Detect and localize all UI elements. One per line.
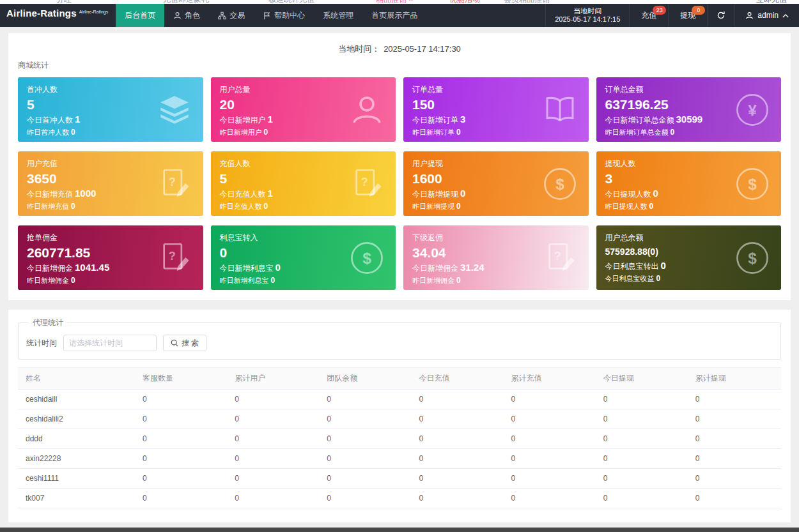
stat-card: 首冲人数5今日首冲人数1昨日首冲人数0 xyxy=(18,77,203,142)
agent-table-header: 今日充值 xyxy=(412,368,504,390)
top-navbar: Airline-Ratings Airline-Ratings 后台首页角色交易… xyxy=(0,4,799,27)
table-row: ceshidaili0000000 xyxy=(18,390,781,409)
table-row: ceshidalili20000000 xyxy=(18,409,781,429)
table-cell: 0 xyxy=(597,449,689,469)
user-icon xyxy=(745,11,754,20)
table-cell: 0 xyxy=(320,489,412,508)
table-cell: tk007 xyxy=(18,489,136,508)
logo[interactable]: Airline-Ratings Airline-Ratings xyxy=(0,4,112,27)
doc-icon: ? xyxy=(156,165,193,202)
table-cell: 0 xyxy=(505,409,597,429)
nav-item-label: 系统管理 xyxy=(323,10,353,21)
table-cell: 0 xyxy=(228,469,320,489)
table-cell: 0 xyxy=(597,390,689,409)
agent-table-header: 累计充值 xyxy=(505,368,597,390)
table-cell: 0 xyxy=(320,429,412,449)
table-cell: 0 xyxy=(689,390,781,409)
navbar-right: 当地时间 2025-05-17 14:17:15 充值 23 提现 0 admi… xyxy=(545,4,799,27)
nav-item-help-center[interactable]: 帮助中心 xyxy=(254,4,314,27)
table-cell: 0 xyxy=(505,390,597,409)
time-filter-label: 统计时间 xyxy=(26,338,57,349)
refresh-icon xyxy=(717,11,725,20)
stat-card: 充值人数5今日充值人数1昨日充值人数0? xyxy=(211,151,396,216)
table-cell: 0 xyxy=(505,469,597,489)
person-icon xyxy=(173,11,182,20)
table-cell: 0 xyxy=(505,449,597,469)
stat-card: 下级返佣34.04今日新增佣金31.24昨日新增佣金0? xyxy=(403,225,589,290)
withdraw-badge: 0 xyxy=(692,6,705,15)
nav-item-label: 角色 xyxy=(185,10,200,21)
svg-text:?: ? xyxy=(168,175,175,188)
user-icon xyxy=(348,91,385,128)
nav-item-label: 首页展示产品 xyxy=(371,10,417,21)
page-local-time-label: 当地时间： xyxy=(338,44,380,54)
svg-text:$: $ xyxy=(362,250,371,267)
stat-card-yesterday-line: 昨日新增利息宝0 xyxy=(220,276,387,285)
nav-item-label: 交易 xyxy=(229,10,245,21)
recharge-button[interactable]: 充值 23 xyxy=(629,4,668,27)
agent-filter-row: 统计时间 搜 索 xyxy=(26,335,773,351)
table-row: ceshi11110000000 xyxy=(18,469,781,489)
stat-card-yesterday-line: 昨日新增佣金0 xyxy=(412,276,580,285)
stat-card-yesterday-line: 昨日新增用户0 xyxy=(220,128,387,137)
svg-text:?: ? xyxy=(168,249,175,262)
table-cell: 0 xyxy=(689,449,781,469)
table-cell: ceshi1111 xyxy=(18,469,136,489)
shop-statistics-panel: 当地时间：2025-05-17 14:17:30 商城统计 首冲人数5今日首冲人… xyxy=(8,33,791,300)
nav-menu: 后台首页角色交易帮助中心系统管理首页展示产品 xyxy=(116,4,426,27)
agent-statistics-panel: 代理统计 统计时间 搜 索 姓名客服数量累计用户团队余额今日充值累计充值今日提现… xyxy=(8,310,791,522)
local-time-value: 2025-05-17 14:17:15 xyxy=(555,15,620,24)
table-cell: 0 xyxy=(228,409,320,429)
table-cell: 0 xyxy=(412,390,504,409)
chevron-up-icon xyxy=(782,13,789,18)
nav-item-trade[interactable]: 交易 xyxy=(209,4,254,27)
stat-card-yesterday-line: 昨日首冲人数0 xyxy=(27,128,194,137)
agent-table-header: 客服数量 xyxy=(136,368,228,390)
time-filter-input[interactable] xyxy=(63,335,157,351)
table-cell: 0 xyxy=(689,489,781,508)
agent-table-header: 累计提现 xyxy=(689,368,781,390)
section-title-agent-stats: 代理统计 xyxy=(29,317,67,328)
layers-icon xyxy=(156,91,193,128)
stat-card-yesterday-line: 昨日新增充值0 xyxy=(27,202,194,211)
stat-card: 用户提现1600今日新增提现0昨日新增提现0$ xyxy=(403,151,589,216)
bottom-edge xyxy=(0,528,799,532)
svg-text:?: ? xyxy=(554,249,561,262)
table-cell: 0 xyxy=(412,429,504,449)
main-content: 当地时间：2025-05-17 14:17:30 商城统计 首冲人数5今日首冲人… xyxy=(0,27,799,522)
refresh-button[interactable] xyxy=(707,4,734,27)
stat-card-yesterday-line: 昨日新增订单总金额0 xyxy=(605,128,773,137)
withdraw-button[interactable]: 提现 0 xyxy=(668,4,707,27)
stat-card: 用户充值3650今日新增充值1000昨日新增充值0? xyxy=(18,151,203,216)
table-cell: 0 xyxy=(320,469,412,489)
clipped-text-fragment: 极速统计充值 xyxy=(268,0,314,4)
table-cell: 0 xyxy=(136,469,228,489)
stat-card: 订单总金额637196.25今日新增订单总金额30599昨日新增订单总金额0¥ xyxy=(596,77,782,142)
nav-item-home[interactable]: 后台首页 xyxy=(116,4,164,27)
stat-card: 用户总余额575928.88(0)今日利息宝转出0今日利息宝收益0$ xyxy=(596,225,782,290)
nav-item-home-products[interactable]: 首页展示产品 xyxy=(362,4,426,27)
logo-text: Airline-Ratings xyxy=(6,8,77,19)
stat-card-yesterday-line: 昨日充值人数0 xyxy=(220,202,387,211)
admin-menu[interactable]: admin xyxy=(734,4,799,27)
search-button[interactable]: 搜 索 xyxy=(163,335,206,351)
table-cell: 0 xyxy=(505,489,597,508)
nav-item-system[interactable]: 系统管理 xyxy=(314,4,362,27)
agent-table-header: 累计用户 xyxy=(228,368,320,390)
nav-item-roles[interactable]: 角色 xyxy=(164,4,209,27)
stat-card: 用户总量20今日新增用户1昨日新增用户0 xyxy=(211,77,396,142)
table-cell: 0 xyxy=(689,429,781,449)
book-icon xyxy=(541,91,578,128)
table-cell: 0 xyxy=(597,429,689,449)
stat-card: 提现人数3今日提现人数0昨日提现人数0$ xyxy=(596,151,782,216)
stat-card: 订单总量150今日新增订单3昨日新增订单0 xyxy=(403,77,589,142)
stat-card-yesterday-line: 昨日新增提现0 xyxy=(412,202,580,211)
table-cell: 0 xyxy=(228,390,320,409)
page-local-time-value: 2025-05-17 14:17:30 xyxy=(384,44,461,54)
table-cell: dddd xyxy=(18,429,136,449)
table-cell: 0 xyxy=(412,409,504,429)
clipped-text-fragment: 精品推销 × xyxy=(376,0,413,4)
search-icon xyxy=(171,339,178,347)
table-cell: 0 xyxy=(136,390,228,409)
yen-icon: ¥ xyxy=(734,91,771,128)
